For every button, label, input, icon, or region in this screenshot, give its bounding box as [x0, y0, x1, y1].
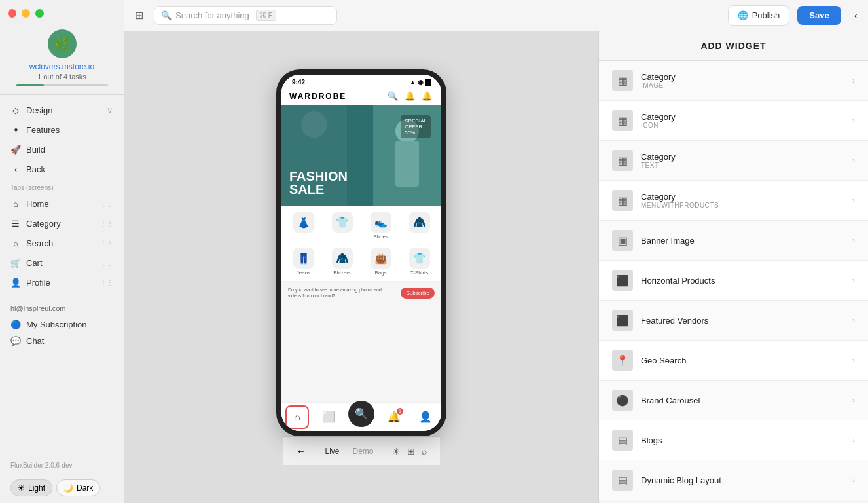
sidebar-item-subscription[interactable]: 🔵 My Subscription	[10, 316, 113, 333]
widget-item[interactable]: ⬛ Horizontal Products ›	[599, 261, 868, 301]
sun-icon[interactable]: ☀	[392, 446, 401, 456]
sidebar-bottom-label: My Subscription	[26, 320, 86, 329]
widget-item[interactable]: ▤ Dynamic Blog Layout ›	[599, 460, 868, 500]
widget-info: Category MENUWITHPRODUCTS	[641, 192, 844, 209]
light-theme-button[interactable]: ☀ Light	[10, 479, 52, 496]
widget-name: Category	[641, 112, 844, 122]
banner-line1: FASHION	[289, 170, 348, 183]
drag-handle[interactable]: ⋮⋮	[100, 240, 113, 247]
sidebar-progress-bar	[16, 84, 44, 86]
back-nav-button[interactable]: ‹	[854, 10, 858, 22]
sidebar-tab-label: Profile	[26, 278, 50, 288]
category-item[interactable]: 🧥	[409, 212, 430, 240]
widget-icon: ▦	[612, 190, 633, 211]
widget-item[interactable]: ▣ Banner Image ›	[599, 221, 868, 261]
publish-label: Publish	[752, 10, 780, 20]
sidebar-item-profile[interactable]: 👤 Profile ⋮⋮	[0, 272, 124, 292]
widget-subtitle: IMAGE	[641, 82, 844, 89]
widget-name: Category	[641, 72, 844, 82]
drag-handle[interactable]: ⋮⋮	[100, 259, 113, 267]
cat-icon: 🧥	[409, 212, 430, 233]
zoom-icon[interactable]: ⌕	[422, 446, 427, 456]
category-item[interactable]: 👜 Bags	[371, 248, 391, 276]
chevron-down-icon: ∨	[107, 105, 113, 115]
cat-icon: 👕	[332, 212, 353, 233]
demo-badge[interactable]: Demo	[348, 445, 379, 458]
category-item[interactable]: 👕 T-Shirts	[409, 248, 430, 276]
subscribe-button[interactable]: Subscribe	[401, 288, 435, 299]
widget-name: Category	[641, 192, 844, 202]
phone-nav-search[interactable]: 🔍	[348, 401, 374, 427]
sidebar-item-cart[interactable]: 🛒 Cart ⋮⋮	[0, 253, 124, 272]
widget-subtitle: ICON	[641, 122, 844, 129]
maximize-button[interactable]	[35, 9, 44, 18]
phone-mockup: 9:42 ▲ ◉ ▇ WARDROBE 🔍 🔔 🔔	[276, 69, 446, 436]
search-shortcut: ⌘ F	[256, 10, 276, 21]
chevron-right-icon: ›	[852, 396, 855, 405]
sidebar-item-home[interactable]: ⌂ Home ⋮⋮	[0, 194, 124, 214]
back-icon: ‹	[10, 164, 21, 174]
category-item[interactable]: 👖 Jeans	[293, 248, 314, 276]
widget-item[interactable]: ▦ Category ICON ›	[599, 101, 868, 141]
chevron-right-icon: ›	[852, 76, 855, 85]
theme-switcher: ☀ Light 🌙 Dark	[0, 473, 124, 503]
category-item[interactable]: 👗	[293, 212, 314, 240]
sidebar-tab-label: Cart	[26, 258, 43, 268]
phone-nav-profile[interactable]: 👤	[414, 405, 437, 429]
phone-nav-category[interactable]: ⬜	[317, 405, 340, 429]
svg-rect-5	[395, 141, 419, 187]
sidebar-item-build[interactable]: 🚀 Build	[0, 140, 124, 159]
category-item[interactable]: 🧥 Blazers	[332, 248, 353, 276]
widget-item[interactable]: ▦ Category TEXT ›	[599, 141, 868, 181]
close-button[interactable]	[8, 9, 16, 18]
subscription-icon: 🔵	[10, 320, 21, 329]
minimize-button[interactable]	[22, 9, 30, 18]
cat-icon: 👕	[409, 248, 430, 269]
sidebar-divider	[0, 295, 124, 295]
chevron-right-icon: ›	[852, 116, 855, 125]
widget-item[interactable]: ⚫ Brand Carousel ›	[599, 381, 868, 420]
grid-menu-icon[interactable]: ⊞	[135, 9, 143, 22]
sidebar-progress-track	[16, 84, 108, 86]
category-item[interactable]: 👕	[332, 212, 353, 240]
live-badge[interactable]: Live	[319, 445, 344, 458]
drag-handle[interactable]: ⋮⋮	[100, 279, 113, 286]
widget-info: Geo Search	[641, 356, 844, 365]
widget-item[interactable]: 📍 Geo Search ›	[599, 341, 868, 381]
widget-name: Brand Carousel	[641, 396, 844, 405]
banner-line2: SALE	[289, 183, 348, 196]
widget-item[interactable]: ⬛ Featured Vendors ›	[599, 301, 868, 341]
canvas-back-icon[interactable]: ←	[296, 445, 306, 457]
sidebar-item-search[interactable]: ⌕ Search ⋮⋮	[0, 233, 124, 253]
save-button[interactable]: Save	[797, 6, 841, 25]
sidebar-tab-label: Category	[26, 219, 61, 229]
banner-text: FASHION SALE	[289, 170, 348, 196]
light-label: Light	[28, 483, 45, 493]
search-bar[interactable]: 🔍 Search for anything ⌘ F	[154, 6, 337, 25]
topbar: ⊞ 🔍 Search for anything ⌘ F 🌐 Publish Sa…	[124, 0, 868, 31]
widget-item[interactable]: ▦ Category MENUWITHPRODUCTS ›	[599, 181, 868, 221]
drag-handle[interactable]: ⋮⋮	[100, 220, 113, 227]
drag-handle[interactable]: ⋮⋮	[100, 200, 113, 208]
category-item[interactable]: 👟 Shoes	[371, 212, 391, 240]
sidebar-item-category[interactable]: ☰ Category ⋮⋮	[0, 214, 124, 233]
avatar: 🌿	[48, 29, 77, 58]
moon-icon: 🌙	[63, 483, 73, 493]
chevron-right-icon: ›	[852, 156, 855, 165]
sidebar-nav: ◇ Design ∨ ✦ Features 🚀 Build ‹ Back Tab…	[0, 95, 124, 462]
sidebar-item-chat[interactable]: 💬 Chat	[10, 333, 113, 349]
publish-button[interactable]: 🌐 Publish	[728, 5, 790, 26]
chevron-right-icon: ›	[852, 436, 855, 445]
cat-icon: 🧥	[332, 248, 353, 269]
dark-theme-button[interactable]: 🌙 Dark	[56, 479, 100, 496]
widget-item[interactable]: ▤ Blogs ›	[599, 420, 868, 460]
grid-view-icon[interactable]: ⊞	[407, 446, 415, 456]
sidebar-item-back[interactable]: ‹ Back	[0, 159, 124, 179]
sidebar-item-design[interactable]: ◇ Design ∨	[0, 100, 124, 120]
phone-nav-home[interactable]: ⌂	[285, 405, 309, 429]
widget-info: Blogs	[641, 436, 844, 445]
traffic-lights	[8, 9, 44, 18]
widget-item[interactable]: ▦ Category IMAGE ›	[599, 61, 868, 101]
sidebar-item-features[interactable]: ✦ Features	[0, 120, 124, 140]
phone-nav-notifications[interactable]: 🔔1	[382, 405, 406, 429]
